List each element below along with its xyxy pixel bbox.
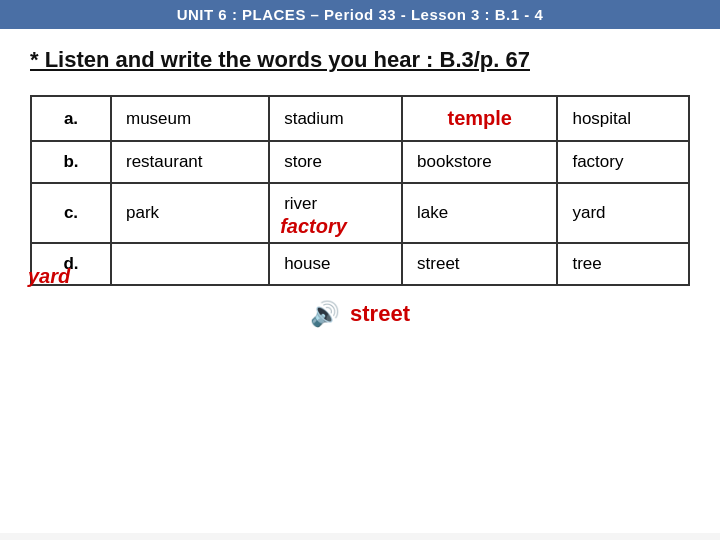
row-label-a: a.	[31, 96, 111, 141]
cell-c-2: river factory	[269, 183, 402, 243]
cell-d-2: house	[269, 243, 402, 285]
lesson-title: * Listen and write the words you hear : …	[30, 47, 690, 73]
row-label-b: b.	[31, 141, 111, 183]
overlay-factory: factory	[280, 215, 347, 238]
speaker-icon: 🔊	[310, 300, 340, 328]
cell-d-4: tree	[557, 243, 689, 285]
table-row: a. museum stadium temple hospital	[31, 96, 689, 141]
cell-a-2: stadium	[269, 96, 402, 141]
overlay-yard: yard	[28, 265, 70, 288]
cell-a-4: hospital	[557, 96, 689, 141]
cell-b-4: factory	[557, 141, 689, 183]
cell-c-4: yard	[557, 183, 689, 243]
cell-b-3: bookstore	[402, 141, 557, 183]
header-text: UNIT 6 : PLACES – Period 33 - Lesson 3 :…	[177, 6, 544, 23]
cell-d-3: street	[402, 243, 557, 285]
cell-b-2: store	[269, 141, 402, 183]
cell-a-1: museum	[111, 96, 269, 141]
table-row: c. park river factory lake yard	[31, 183, 689, 243]
vocabulary-table: a. museum stadium temple hospital b. res…	[30, 95, 690, 286]
footer: 🔊 street	[30, 300, 690, 328]
cell-c-3: lake	[402, 183, 557, 243]
row-label-c: c.	[31, 183, 111, 243]
row-label-d: d. yard	[31, 243, 111, 285]
header: UNIT 6 : PLACES – Period 33 - Lesson 3 :…	[0, 0, 720, 29]
cell-a-3: temple	[402, 96, 557, 141]
cell-b-1: restaurant	[111, 141, 269, 183]
cell-d-1: hotel	[111, 243, 269, 285]
table-row: b. restaurant store bookstore factory	[31, 141, 689, 183]
footer-word: street	[350, 301, 410, 327]
cell-c-1: park	[111, 183, 269, 243]
table-row: d. yard hotel house street tree	[31, 243, 689, 285]
cell-c-2-text: river	[284, 194, 317, 213]
